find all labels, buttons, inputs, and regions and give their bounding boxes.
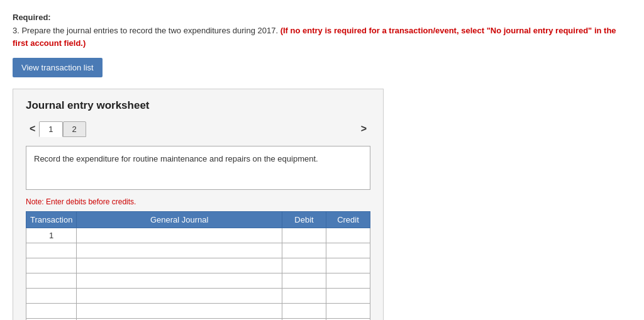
credit-cell[interactable]: [326, 304, 370, 319]
tab-nav: < 1 2 >: [26, 121, 370, 137]
transaction-cell: 1: [26, 228, 77, 243]
credit-input[interactable]: [326, 273, 370, 288]
tab-next-arrow[interactable]: >: [357, 121, 370, 137]
general-journal-cell[interactable]: [77, 304, 282, 319]
debit-cell[interactable]: [282, 228, 326, 243]
note-text: Note: Enter debits before credits.: [26, 197, 370, 206]
credit-cell[interactable]: [326, 258, 370, 273]
general-journal-input[interactable]: [77, 273, 282, 288]
general-journal-cell[interactable]: [77, 289, 282, 304]
transaction-cell: [26, 304, 77, 319]
transaction-cell: [26, 258, 77, 273]
tab-2[interactable]: 2: [63, 121, 86, 137]
table-row: [26, 289, 370, 304]
table-row: [26, 273, 370, 289]
instructions: 3. Prepare the journal entries to record…: [13, 25, 631, 49]
debit-cell[interactable]: [282, 304, 326, 319]
general-journal-cell[interactable]: [77, 258, 282, 273]
debit-input[interactable]: [282, 258, 326, 273]
general-journal-input[interactable]: [77, 243, 282, 258]
credit-input[interactable]: [326, 289, 370, 303]
tab-prev-arrow[interactable]: <: [26, 121, 39, 137]
general-journal-cell[interactable]: [77, 243, 282, 258]
credit-input[interactable]: [326, 243, 370, 258]
view-transaction-button[interactable]: View transaction list: [13, 58, 103, 77]
worksheet-container: Journal entry worksheet < 1 2 > Record t…: [13, 89, 384, 320]
credit-cell[interactable]: [326, 228, 370, 243]
debit-cell[interactable]: [282, 243, 326, 258]
tab-1[interactable]: 1: [39, 121, 62, 137]
transaction-cell: [26, 243, 77, 258]
transaction-cell: [26, 289, 77, 304]
debit-input[interactable]: [282, 289, 326, 303]
table-row: [26, 304, 370, 319]
general-journal-cell[interactable]: [77, 228, 282, 243]
credit-cell[interactable]: [326, 243, 370, 258]
col-header-credit: Credit: [326, 212, 370, 228]
journal-table: Transaction General Journal Debit Credit…: [26, 211, 370, 320]
debit-cell[interactable]: [282, 273, 326, 289]
debit-cell[interactable]: [282, 289, 326, 304]
required-label: Required:: [13, 13, 631, 22]
table-row: 1: [26, 228, 370, 243]
debit-input[interactable]: [282, 304, 326, 318]
debit-input[interactable]: [282, 228, 326, 243]
general-journal-input[interactable]: [77, 289, 282, 303]
worksheet-title: Journal entry worksheet: [26, 99, 370, 112]
general-journal-input[interactable]: [77, 258, 282, 273]
debit-input[interactable]: [282, 243, 326, 258]
description-box: Record the expenditure for routine maint…: [26, 146, 370, 190]
general-journal-cell[interactable]: [77, 273, 282, 289]
col-header-transaction: Transaction: [26, 212, 77, 228]
credit-cell[interactable]: [326, 289, 370, 304]
credit-input[interactable]: [326, 258, 370, 273]
debit-cell[interactable]: [282, 258, 326, 273]
table-row: [26, 258, 370, 273]
transaction-cell: [26, 273, 77, 289]
credit-cell[interactable]: [326, 273, 370, 289]
col-header-general-journal: General Journal: [77, 212, 282, 228]
instructions-part1: 3. Prepare the journal entries to record…: [13, 26, 278, 35]
col-header-debit: Debit: [282, 212, 326, 228]
general-journal-input[interactable]: [77, 228, 282, 243]
table-row: [26, 243, 370, 258]
debit-input[interactable]: [282, 273, 326, 288]
credit-input[interactable]: [326, 304, 370, 318]
general-journal-input[interactable]: [77, 304, 282, 318]
credit-input[interactable]: [326, 228, 370, 243]
